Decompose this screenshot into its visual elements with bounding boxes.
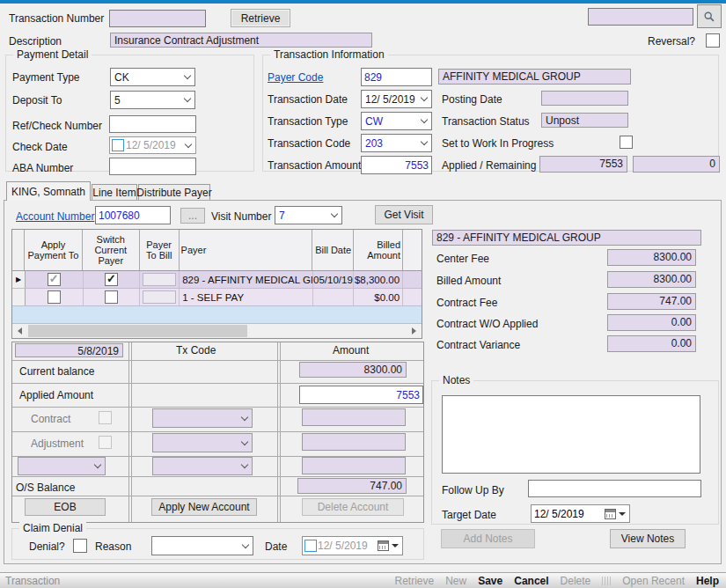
target-date-picker[interactable]: 12/ 5/2019 bbox=[531, 504, 630, 523]
extra-type-select[interactable] bbox=[18, 457, 106, 475]
switch-payer-checkbox[interactable] bbox=[105, 273, 118, 286]
chevron-down-icon bbox=[238, 465, 252, 467]
payer-cell[interactable]: 829 - AFFINITY MEDICAL GRO bbox=[180, 271, 312, 288]
transaction-number-field[interactable] bbox=[109, 10, 206, 27]
apply-payment-checkbox[interactable] bbox=[48, 273, 61, 286]
applied-amount-input[interactable] bbox=[299, 386, 423, 404]
reversal-checkbox[interactable] bbox=[706, 33, 720, 48]
scroll-right-icon[interactable] bbox=[407, 324, 422, 338]
row-selector-header bbox=[12, 230, 25, 270]
payer-cell[interactable]: 1 - SELF PAY bbox=[180, 289, 312, 305]
payer-row-affinity[interactable]: 829 - AFFINITY MEDICAL GRO 05/10/19 $8,3… bbox=[12, 271, 422, 289]
contract-checkbox[interactable] bbox=[99, 411, 112, 424]
switch-payer-checkbox[interactable] bbox=[105, 290, 118, 304]
visit-number-label: Visit Number bbox=[211, 210, 271, 223]
chevron-down-icon bbox=[238, 442, 252, 445]
status-cancel[interactable]: Cancel bbox=[514, 575, 548, 587]
denial-date-checkbox[interactable] bbox=[304, 540, 317, 552]
status-new[interactable]: New bbox=[445, 575, 466, 587]
quick-search-field[interactable] bbox=[588, 8, 693, 26]
dropdown-arrow-icon bbox=[392, 544, 399, 548]
chevron-down-icon bbox=[417, 120, 431, 122]
status-left-text: Transaction bbox=[5, 575, 60, 587]
bill-date-cell[interactable]: 05/10/19 bbox=[313, 271, 355, 288]
adjustment-label: Adjustment bbox=[31, 437, 84, 450]
transaction-amount-input[interactable] bbox=[361, 156, 432, 174]
applied-field: 7553 bbox=[539, 156, 627, 173]
col-payer[interactable]: Payer bbox=[180, 230, 313, 270]
account-number-link[interactable]: Account Number bbox=[16, 210, 94, 223]
check-date-checkbox[interactable] bbox=[112, 139, 124, 151]
transaction-date-picker[interactable]: 12/ 5/2019 bbox=[361, 90, 432, 108]
view-notes-button[interactable]: View Notes bbox=[610, 529, 686, 548]
transaction-code-select[interactable]: 203 bbox=[361, 134, 432, 152]
col-switch-current-payer[interactable]: Switch Current Payer bbox=[83, 230, 140, 270]
check-date-label: Check Date bbox=[12, 141, 68, 153]
center-fee-field: 8300.00 bbox=[607, 249, 696, 266]
payer-row-self-pay[interactable]: 1 - SELF PAY $0.00 bbox=[12, 289, 422, 306]
status-retrieve[interactable]: Retrieve bbox=[394, 575, 434, 587]
transaction-date-label: Transaction Date bbox=[268, 93, 348, 106]
denial-date-picker[interactable]: 12/ 5/2019 bbox=[302, 536, 403, 555]
scroll-left-icon[interactable] bbox=[12, 324, 27, 338]
aba-number-input[interactable] bbox=[109, 158, 196, 175]
check-date-picker[interactable]: 12/ 5/2019 bbox=[109, 136, 196, 154]
extra-txcode-select[interactable] bbox=[152, 457, 253, 475]
delete-account-button[interactable]: Delete Account bbox=[302, 498, 404, 516]
retrieve-button[interactable]: Retrieve bbox=[231, 9, 290, 27]
status-open-recent[interactable]: Open Recent bbox=[622, 575, 685, 587]
status-delete[interactable]: Delete bbox=[561, 575, 591, 587]
chevron-down-icon bbox=[238, 417, 252, 420]
denial-checkbox[interactable] bbox=[73, 539, 87, 553]
col-billed-amount[interactable]: Billed Amount bbox=[354, 230, 403, 270]
payer-to-bill-cell[interactable] bbox=[143, 273, 176, 286]
contract-txcode-select[interactable] bbox=[152, 408, 253, 428]
remaining-field: 0 bbox=[633, 156, 720, 173]
apply-payment-checkbox[interactable] bbox=[48, 290, 61, 304]
status-help[interactable]: Help bbox=[696, 575, 719, 587]
grid-horizontal-scrollbar[interactable] bbox=[12, 323, 422, 338]
bill-date-cell[interactable] bbox=[313, 289, 355, 305]
follow-up-by-input[interactable] bbox=[528, 480, 701, 497]
work-in-progress-checkbox[interactable] bbox=[620, 136, 633, 149]
billed-amount-cell[interactable]: $0.00 bbox=[354, 289, 403, 305]
payment-type-select[interactable]: CK bbox=[110, 68, 195, 86]
reversal-label: Reversal? bbox=[648, 35, 695, 48]
payer-code-link[interactable]: Payer Code bbox=[268, 71, 323, 84]
payer-to-bill-cell[interactable] bbox=[143, 290, 176, 304]
account-number-input[interactable] bbox=[95, 206, 171, 224]
col-apply-payment-to[interactable]: Apply Payment To bbox=[25, 230, 83, 270]
col-payer-to-bill[interactable]: Payer To Bill bbox=[140, 230, 180, 270]
denial-reason-select[interactable] bbox=[151, 536, 253, 555]
payer-code-input[interactable] bbox=[361, 68, 432, 86]
search-button[interactable] bbox=[697, 4, 722, 28]
adjustment-txcode-select[interactable] bbox=[152, 433, 253, 452]
deposit-to-select[interactable]: 5 bbox=[110, 91, 195, 109]
transaction-type-select[interactable]: CW bbox=[361, 112, 432, 130]
contract-variance-label: Contract Variance bbox=[436, 339, 520, 351]
add-notes-button[interactable]: Add Notes bbox=[441, 529, 535, 548]
tab-distribute-payer[interactable]: Distribute Payer bbox=[138, 184, 210, 201]
tab-line-item[interactable]: Line Item bbox=[92, 184, 137, 201]
adjustment-checkbox[interactable] bbox=[99, 436, 112, 449]
eob-button[interactable]: EOB bbox=[25, 498, 106, 516]
billed-amount-cell[interactable]: $8,300.00 bbox=[354, 271, 403, 288]
col-bill-date[interactable]: Bill Date bbox=[312, 230, 354, 270]
transaction-code-value: 203 bbox=[362, 137, 417, 150]
apply-header-date: 5/8/2019 bbox=[15, 343, 123, 357]
applied-amount-label: Applied Amount bbox=[19, 389, 93, 401]
chevron-down-icon bbox=[91, 465, 105, 467]
notes-textarea[interactable] bbox=[442, 395, 700, 474]
description-label: Description bbox=[9, 35, 62, 48]
tab-patient[interactable]: KING, Somnath bbox=[6, 181, 91, 201]
scrollbar-thumb[interactable] bbox=[28, 325, 247, 337]
account-browse-button[interactable]: ... bbox=[180, 208, 205, 224]
denial-date-value: 12/ 5/2019 bbox=[315, 540, 378, 552]
ref-check-number-input[interactable] bbox=[109, 115, 196, 133]
chevron-down-icon bbox=[327, 214, 341, 217]
status-save[interactable]: Save bbox=[478, 575, 502, 587]
transaction-code-label: Transaction Code bbox=[268, 137, 350, 150]
get-visit-button[interactable]: Get Visit bbox=[375, 205, 433, 224]
apply-new-account-button[interactable]: Apply New Account bbox=[151, 498, 257, 516]
visit-number-select[interactable]: 7 bbox=[275, 206, 342, 224]
